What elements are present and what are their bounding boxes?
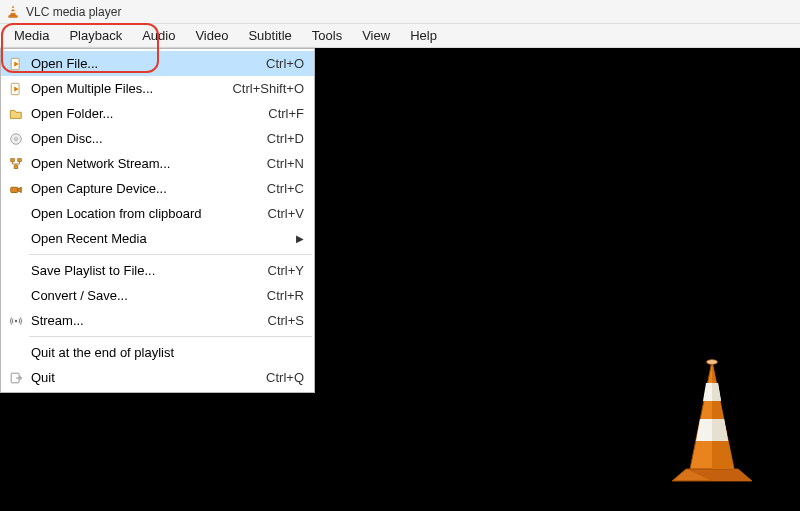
titlebar: VLC media player [0,0,800,24]
menuitem-label: Open File... [27,56,254,71]
menuitem-open-recent-media[interactable]: Open Recent Media▶ [1,226,314,251]
menuitem-label: Open Disc... [27,131,255,146]
menuitem-shortcut: Ctrl+V [256,206,304,221]
menu-playback[interactable]: Playback [59,24,132,47]
svg-rect-13 [18,158,22,161]
menuitem-shortcut: Ctrl+D [255,131,304,146]
menu-label: Media [14,28,49,43]
menuitem-shortcut: Ctrl+C [255,181,304,196]
svg-marker-0 [10,5,15,15]
menu-media[interactable]: Media [4,24,59,47]
menuitem-quit[interactable]: QuitCtrl+Q [1,365,314,390]
stream-icon [5,314,27,328]
svg-rect-2 [11,11,16,13]
menu-label: Video [195,28,228,43]
disc-icon [5,132,27,146]
menuitem-label: Open Folder... [27,106,256,121]
vlc-window: VLC media player MediaPlaybackAudioVideo… [0,0,800,511]
menu-label: Subtitle [248,28,291,43]
menu-label: Playback [69,28,122,43]
menuitem-label: Stream... [27,313,256,328]
menu-view[interactable]: View [352,24,400,47]
menuitem-label: Convert / Save... [27,288,255,303]
menuitem-shortcut: Ctrl+O [254,56,304,71]
menuitem-shortcut: Ctrl+Y [256,263,304,278]
menuitem-open-disc[interactable]: Open Disc...Ctrl+D [1,126,314,151]
menuitem-open-multiple-files[interactable]: Open Multiple Files...Ctrl+Shift+O [1,76,314,101]
quit-icon [5,371,27,385]
menuitem-shortcut: Ctrl+F [256,106,304,121]
menuitem-label: Open Capture Device... [27,181,255,196]
menuitem-save-playlist-to-file[interactable]: Save Playlist to File...Ctrl+Y [1,258,314,283]
menu-label: Audio [142,28,175,43]
menu-help[interactable]: Help [400,24,447,47]
menuitem-label: Open Multiple Files... [27,81,220,96]
app-title: VLC media player [26,5,121,19]
app-icon [6,5,20,19]
file-play-icon [5,57,27,71]
file-play-icon [5,82,27,96]
menuitem-label: Quit at the end of playlist [27,345,304,360]
menu-audio[interactable]: Audio [132,24,185,47]
svg-rect-12 [11,158,15,161]
menu-tools[interactable]: Tools [302,24,352,47]
menuitem-label: Open Location from clipboard [27,206,256,221]
network-icon [5,157,27,171]
menubar: MediaPlaybackAudioVideoSubtitleToolsView… [0,24,800,48]
menu-video[interactable]: Video [185,24,238,47]
menuitem-convert-save[interactable]: Convert / Save...Ctrl+R [1,283,314,308]
menu-subtitle[interactable]: Subtitle [238,24,301,47]
menuitem-shortcut: Ctrl+Shift+O [220,81,304,96]
folder-icon [5,107,27,121]
menuitem-shortcut: Ctrl+S [256,313,304,328]
svg-marker-16 [18,187,22,192]
menu-separator [29,336,312,337]
menuitem-open-capture-device[interactable]: Open Capture Device...Ctrl+C [1,176,314,201]
menuitem-label: Open Network Stream... [27,156,255,171]
svg-rect-15 [11,187,18,192]
menuitem-quit-at-the-end-of-playlist[interactable]: Quit at the end of playlist [1,340,314,365]
svg-point-17 [15,319,17,321]
menu-separator [29,254,312,255]
menuitem-shortcut: Ctrl+R [255,288,304,303]
menuitem-shortcut: Ctrl+N [255,156,304,171]
menu-label: Help [410,28,437,43]
svg-rect-14 [14,165,18,168]
svg-rect-1 [11,8,14,9]
menuitem-open-location-from-clipboard[interactable]: Open Location from clipboardCtrl+V [1,201,314,226]
svg-rect-3 [9,15,18,17]
menuitem-shortcut: Ctrl+Q [254,370,304,385]
menuitem-open-network-stream[interactable]: Open Network Stream...Ctrl+N [1,151,314,176]
menu-label: Tools [312,28,342,43]
vlc-cone-icon [652,353,772,493]
media-menu-dropdown: Open File...Ctrl+OOpen Multiple Files...… [0,48,315,393]
submenu-arrow-icon: ▶ [292,233,304,244]
menuitem-stream[interactable]: Stream...Ctrl+S [1,308,314,333]
menuitem-label: Quit [27,370,254,385]
svg-point-5 [707,360,718,365]
menuitem-label: Open Recent Media [27,231,292,246]
menuitem-label: Save Playlist to File... [27,263,256,278]
capture-icon [5,182,27,196]
menu-label: View [362,28,390,43]
menuitem-open-folder[interactable]: Open Folder...Ctrl+F [1,101,314,126]
menuitem-open-file[interactable]: Open File...Ctrl+O [1,51,314,76]
svg-point-11 [15,137,18,140]
